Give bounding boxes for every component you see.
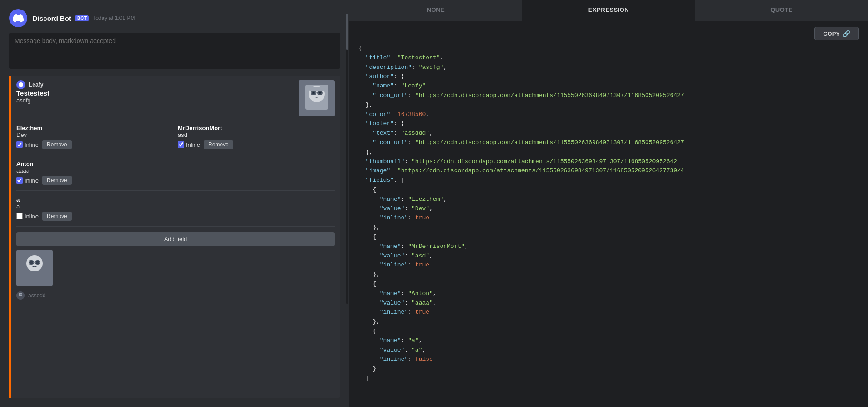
json-line-7: "color": 16738560,: [358, 110, 859, 120]
json-line-31: "name": "a",: [358, 336, 859, 346]
json-line-3: "author": {: [358, 72, 859, 82]
embed-description: asdfg: [16, 97, 335, 104]
json-line-21: "name": "MrDerrisonMort",: [358, 242, 859, 252]
inline-checkbox-elezthem[interactable]: Inline: [16, 141, 39, 148]
svg-rect-8: [309, 87, 325, 91]
add-field-button[interactable]: Add field: [16, 232, 335, 246]
json-line-2: "description": "asdfg",: [358, 63, 859, 73]
embed-footer-icon: [16, 291, 25, 300]
right-panel: NONE EXPRESSION QUOTE COPY 🔗 { "title": …: [349, 0, 868, 407]
tabs-row: NONE EXPRESSION QUOTE: [349, 0, 868, 21]
field-value-anton: aaaa: [16, 167, 335, 174]
json-line-9: "text": "assddd",: [358, 129, 859, 138]
json-line-32: "value": "a",: [358, 346, 859, 355]
bot-name-row: Discord Bot BOT Today at 1:01 PM: [33, 15, 135, 22]
json-line-6: },: [358, 101, 859, 110]
copy-button-label: COPY: [823, 30, 840, 37]
field-separator-1: [16, 155, 335, 155]
embed-fields-inline-row-1: Elezthem Dev Inline Remove MrDerrisonMor…: [16, 125, 335, 149]
json-line-17: "value": "Dev",: [358, 204, 859, 214]
embed-field-mrderrisonmort: MrDerrisonMort asd Inline Remove: [178, 125, 335, 149]
inline-check-mrderrisonmort[interactable]: [178, 141, 184, 148]
json-line-1: "title": "Testestest",: [358, 53, 859, 63]
json-line-33: "inline": false: [358, 355, 859, 364]
field-controls-mrderrisonmort: Inline Remove: [178, 140, 335, 149]
remove-btn-elezthem[interactable]: Remove: [42, 140, 72, 149]
field-name-a: a: [16, 196, 335, 203]
field-name-mrderrisonmort: MrDerrisonMort: [178, 125, 335, 131]
field-value-mrderrisonmort: asd: [178, 131, 335, 138]
embed-title: Testestest: [16, 89, 335, 97]
embed-footer: assddd: [16, 290, 335, 300]
message-textarea-wrapper: [0, 33, 349, 76]
field-value-elezthem: Dev: [16, 131, 173, 138]
field-separator-2: [16, 190, 335, 191]
embed-field-elezthem: Elezthem Dev Inline Remove: [16, 125, 173, 149]
json-line-14: "fields": [: [358, 176, 859, 185]
json-line-26: "name": "Anton",: [358, 289, 859, 299]
scrollbar-thumb[interactable]: [346, 14, 348, 50]
code-view: { "title": "Testestest", "description": …: [349, 44, 868, 407]
footer-icon-img: [16, 291, 25, 300]
tab-expression[interactable]: EXPRESSION: [522, 0, 695, 21]
field-name-anton: Anton: [16, 160, 335, 167]
inline-label-anton: Inline: [25, 177, 39, 184]
svg-point-7: [319, 92, 321, 94]
remove-btn-mrderrisonmort[interactable]: Remove: [204, 140, 233, 149]
svg-point-0: [19, 82, 23, 87]
thumbnail-img: [299, 80, 335, 116]
embed-header-area: Leafy Testestest asdfg: [16, 80, 335, 121]
inline-label-elezthem: Inline: [25, 141, 39, 148]
bot-info: Discord Bot BOT Today at 1:01 PM: [33, 15, 135, 22]
inline-checkbox-anton[interactable]: Inline: [16, 177, 39, 184]
inline-check-a[interactable]: [16, 213, 23, 219]
embed-footer-text: assddd: [28, 292, 46, 299]
remove-btn-anton[interactable]: Remove: [42, 176, 72, 185]
copy-bar: COPY 🔗: [349, 21, 868, 44]
message-textarea[interactable]: [9, 33, 340, 69]
svg-point-20: [19, 293, 22, 296]
field-name-elezthem: Elezthem: [16, 125, 173, 131]
bot-header: Discord Bot BOT Today at 1:01 PM: [0, 9, 349, 33]
inline-label-a: Inline: [25, 213, 39, 220]
inline-checkbox-a[interactable]: Inline: [16, 213, 39, 220]
discord-icon: [13, 13, 24, 24]
embed-author-icon: [16, 80, 25, 89]
json-line-13: "image": "https://cdn.discordapp.com/att…: [358, 166, 859, 176]
left-main: Leafy Testestest asdfg: [0, 76, 349, 407]
json-line-11: },: [358, 148, 859, 157]
json-line-10: "icon_url": "https://cdn.discordapp.com/…: [358, 138, 859, 148]
inline-check-elezthem[interactable]: [16, 141, 23, 148]
bot-avatar: [9, 9, 27, 27]
json-line-15: {: [358, 185, 859, 195]
inline-checkbox-mrderrisonmort[interactable]: Inline: [178, 141, 200, 148]
field-controls-elezthem: Inline Remove: [16, 140, 173, 149]
json-line-16: "name": "Elezthem",: [358, 195, 859, 204]
bot-badge: BOT: [75, 15, 89, 21]
json-line-20: {: [358, 233, 859, 242]
json-line-35: ]: [358, 374, 859, 383]
json-line-34: }: [358, 364, 859, 374]
remove-btn-a[interactable]: Remove: [42, 212, 72, 221]
inline-label-mrderrisonmort: Inline: [186, 141, 200, 148]
copy-icon: 🔗: [843, 30, 850, 37]
json-line-22: "value": "asd",: [358, 252, 859, 261]
embed-author-name: Leafy: [29, 82, 43, 88]
embed-preview: Leafy Testestest asdfg: [9, 76, 340, 398]
json-line-23: "inline": true: [358, 261, 859, 270]
json-line-30: {: [358, 327, 859, 336]
copy-button[interactable]: COPY 🔗: [814, 27, 859, 40]
field-value-a: a: [16, 203, 335, 210]
json-line-0: {: [358, 44, 859, 53]
field-controls-anton: Inline Remove: [16, 176, 335, 185]
tab-quote[interactable]: QUOTE: [695, 0, 868, 21]
inline-check-anton[interactable]: [16, 177, 23, 184]
svg-point-21: [20, 294, 20, 295]
bot-timestamp: Today at 1:01 PM: [93, 15, 135, 21]
json-line-28: "inline": true: [358, 308, 859, 317]
tab-none[interactable]: NONE: [349, 0, 522, 21]
scrollbar-track[interactable]: [346, 14, 348, 304]
json-line-12: "thumbnail": "https://cdn.discordapp.com…: [358, 157, 859, 167]
json-line-4: "name": "Leafy",: [358, 82, 859, 91]
svg-point-6: [313, 92, 314, 94]
